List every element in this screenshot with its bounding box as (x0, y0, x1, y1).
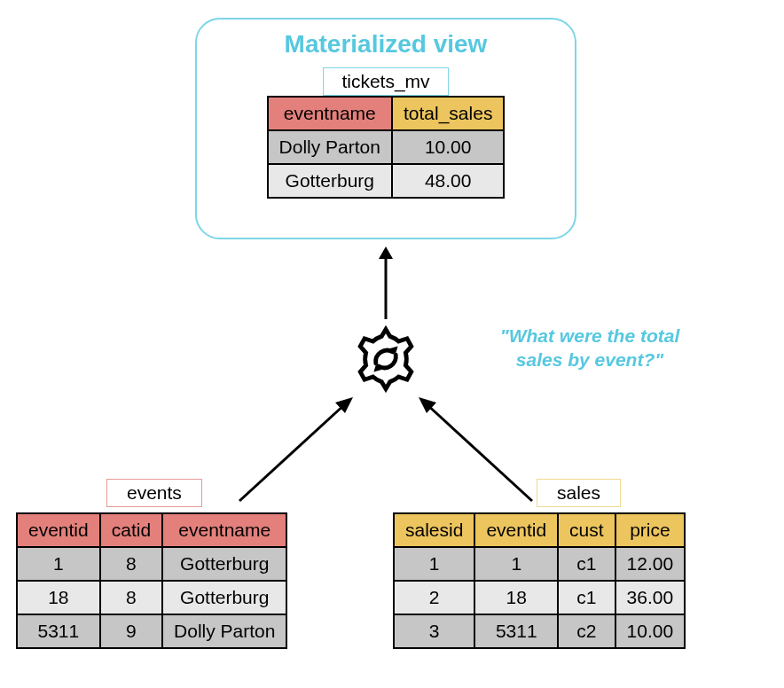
events-table-wrapper: eventid catid eventname 1 8 Gotterburg 1… (16, 512, 287, 649)
sales-header-price: price (615, 513, 686, 547)
table-row: 2 18 c1 36.00 (394, 581, 685, 614)
table-row: Gotterburg 48.00 (268, 164, 505, 198)
events-cell: 1 (17, 547, 100, 581)
sales-cell: c1 (558, 547, 615, 581)
table-row: 1 8 Gotterburg (17, 547, 286, 581)
svg-line-1 (239, 403, 346, 501)
events-header-eventname: eventname (162, 513, 286, 547)
sales-header-eventid: eventid (474, 513, 558, 547)
sales-cell: c2 (558, 614, 615, 648)
arrow-from-events-icon (235, 390, 359, 505)
table-row: 18 8 Gotterburg (17, 581, 286, 614)
sales-header-salesid: salesid (394, 513, 474, 547)
mv-header-eventname: eventname (268, 97, 392, 130)
events-cell: 9 (100, 614, 162, 648)
events-cell: Dolly Parton (162, 614, 286, 648)
sales-cell: c1 (558, 581, 615, 614)
mv-cell: 10.00 (392, 130, 504, 164)
events-header-catid: catid (100, 513, 162, 547)
sales-header-cust: cust (558, 513, 615, 547)
events-cell: 5311 (17, 614, 100, 648)
mv-table-label: tickets_mv (323, 67, 448, 96)
sales-cell: 2 (394, 581, 474, 614)
mv-cell: Gotterburg (268, 164, 392, 198)
sales-cell: 18 (474, 581, 558, 614)
arrow-from-sales-icon (412, 390, 537, 505)
events-cell: 18 (17, 581, 100, 614)
sales-cell: 1 (394, 547, 474, 581)
query-text: "What were the total sales by event?" (479, 324, 701, 372)
events-table: eventid catid eventname 1 8 Gotterburg 1… (16, 512, 287, 649)
sales-table-label: sales (537, 479, 621, 507)
svg-line-2 (426, 403, 532, 501)
events-header-eventid: eventid (17, 513, 100, 547)
table-row: 5311 9 Dolly Parton (17, 614, 286, 648)
table-row: 3 5311 c2 10.00 (394, 614, 685, 648)
sales-cell: 5311 (474, 614, 558, 648)
mv-header-total-sales: total_sales (392, 97, 504, 130)
arrow-up-icon (375, 246, 396, 321)
sales-cell: 36.00 (615, 581, 686, 614)
mv-cell: Dolly Parton (268, 130, 392, 164)
table-header-row: salesid eventid cust price (394, 513, 685, 547)
sales-table: salesid eventid cust price 1 1 c1 12.00 … (393, 512, 686, 649)
materialized-view-title: Materialized view (285, 30, 488, 59)
sales-cell: 12.00 (615, 547, 686, 581)
events-cell: 8 (100, 547, 162, 581)
events-table-label: events (106, 479, 202, 507)
table-row: 1 1 c1 12.00 (394, 547, 685, 581)
mv-cell: 48.00 (392, 164, 504, 198)
sales-cell: 10.00 (615, 614, 686, 648)
table-header-row: eventname total_sales (268, 97, 505, 130)
events-cell: Gotterburg (162, 581, 286, 614)
sales-table-wrapper: salesid eventid cust price 1 1 c1 12.00 … (393, 512, 686, 649)
mv-table: eventname total_sales Dolly Parton 10.00… (267, 96, 506, 199)
events-cell: Gotterburg (162, 547, 286, 581)
sales-cell: 1 (474, 547, 558, 581)
table-row: Dolly Parton 10.00 (268, 130, 505, 164)
sales-cell: 3 (394, 614, 474, 648)
refresh-gear-icon (350, 324, 421, 395)
materialized-view-panel: Materialized view tickets_mv eventname t… (195, 18, 576, 239)
table-header-row: eventid catid eventname (17, 513, 286, 547)
events-cell: 8 (100, 581, 162, 614)
